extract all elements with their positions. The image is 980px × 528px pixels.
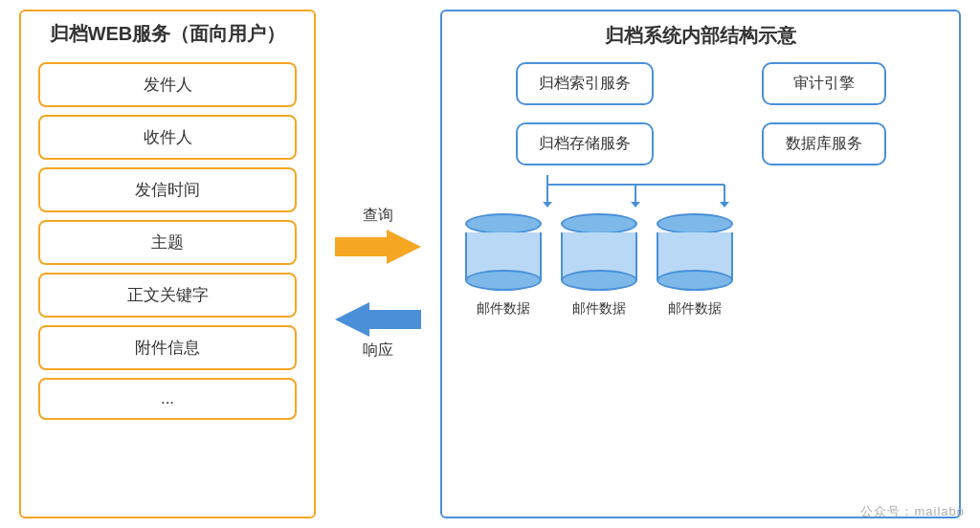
item-receiver: 收件人 — [38, 115, 297, 160]
cyl-top-2 — [561, 213, 637, 234]
arrow-area: 查询 响应 — [316, 10, 440, 518]
cyl-top-3 — [657, 213, 733, 234]
storage-item-2: 邮件数据 — [561, 213, 637, 318]
right-panel: 归档系统内部结构示意 归档索引服务 审计引擎 归档存储服务 数据库服务 — [440, 10, 961, 518]
item-time: 发信时间 — [38, 167, 297, 212]
svg-marker-1 — [335, 302, 421, 337]
storage-item-1: 邮件数据 — [465, 213, 542, 318]
left-panel-title: 归档WEB服务（面向用户） — [38, 21, 297, 53]
storage-row: 邮件数据 邮件数据 邮件数据 — [461, 213, 940, 318]
svg-marker-9 — [720, 202, 729, 208]
item-subject: 主题 — [38, 220, 297, 265]
svg-marker-0 — [335, 230, 421, 264]
watermark: 公众号：mailabo — [860, 503, 965, 520]
query-label: 查询 — [363, 206, 393, 226]
response-arrow-group: 响应 — [335, 302, 421, 361]
audit-engine: 审计引擎 — [762, 62, 886, 105]
cyl-bottom-1 — [465, 270, 542, 291]
right-arrow-icon — [335, 230, 421, 264]
storage-label-3: 邮件数据 — [668, 300, 722, 318]
left-arrow-icon — [335, 302, 421, 337]
right-panel-title: 归档系统内部结构示意 — [461, 23, 940, 49]
item-more: ... — [38, 378, 297, 420]
item-keyword: 正文关键字 — [38, 273, 297, 318]
left-panel: 归档WEB服务（面向用户） 发件人 收件人 发信时间 主题 正文关键字 附件信息… — [19, 10, 316, 518]
cyl-bottom-2 — [561, 270, 637, 291]
connector-lines — [471, 175, 777, 208]
storage-label-1: 邮件数据 — [477, 300, 530, 318]
connectors-area — [461, 175, 940, 208]
svg-marker-7 — [543, 202, 552, 208]
top-services-row: 归档索引服务 审计引擎 — [461, 62, 940, 105]
item-attachment: 附件信息 — [38, 325, 297, 370]
database-service: 数据库服务 — [762, 122, 886, 165]
item-sender: 发件人 — [38, 62, 297, 107]
cyl-top-1 — [465, 213, 542, 234]
storage-label-2: 邮件数据 — [572, 300, 626, 318]
response-label: 响应 — [363, 341, 393, 361]
cyl-bottom-3 — [657, 270, 733, 291]
middle-services-row: 归档存储服务 数据库服务 — [461, 122, 940, 165]
main-container: 归档WEB服务（面向用户） 发件人 收件人 发信时间 主题 正文关键字 附件信息… — [0, 0, 980, 528]
storage-item-3: 邮件数据 — [657, 213, 733, 318]
svg-marker-8 — [631, 202, 640, 208]
archive-storage-service: 归档存储服务 — [516, 122, 654, 165]
query-arrow-group: 查询 — [335, 206, 421, 264]
archive-index-service: 归档索引服务 — [516, 62, 654, 105]
